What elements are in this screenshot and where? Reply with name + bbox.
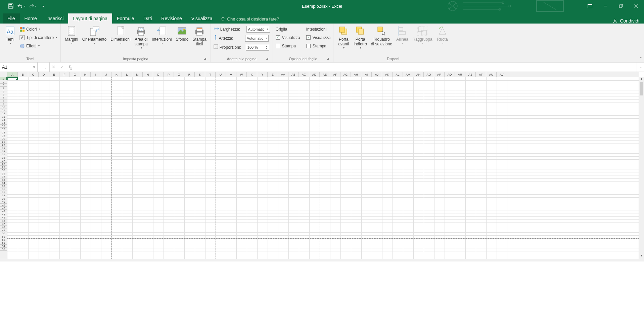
row-header[interactable]: 9 (0, 103, 7, 106)
row-header[interactable]: 16 (0, 125, 7, 128)
row-header[interactable]: 52 (0, 238, 7, 241)
column-header[interactable]: AH (351, 72, 361, 77)
print-titles-button[interactable]: Stampa titoli (191, 25, 208, 47)
column-header[interactable]: AS (465, 72, 476, 77)
column-header[interactable]: Z (268, 72, 278, 77)
fx-label[interactable]: fx (66, 63, 75, 72)
breaks-button[interactable]: Interruzioni▾ (150, 25, 173, 45)
row-header[interactable]: 49 (0, 229, 7, 232)
row-header[interactable]: 11 (0, 109, 7, 112)
column-header[interactable]: AF (330, 72, 340, 77)
selection-pane-button[interactable]: Riquadro di selezione (370, 25, 394, 47)
page-setup-dialog-launcher[interactable]: ◢ (203, 57, 207, 61)
qat-customize[interactable]: ▾ (39, 2, 47, 10)
column-header[interactable]: K (111, 72, 122, 77)
margins-button[interactable]: Margini▾ (63, 25, 79, 45)
name-box-input[interactable] (0, 65, 31, 70)
row-header[interactable]: 3 (0, 84, 7, 87)
scale-dialog-launcher[interactable]: ◢ (265, 57, 269, 61)
column-header[interactable]: AQ (445, 72, 455, 77)
row-header[interactable]: 41 (0, 204, 7, 207)
row-header[interactable]: 8 (0, 99, 7, 103)
row-header[interactable]: 2 (0, 80, 7, 83)
headings-print-checkbox[interactable]: Stampa (306, 42, 331, 50)
row-header[interactable]: 27 (0, 159, 7, 162)
select-all-corner[interactable] (0, 72, 7, 77)
column-header[interactable]: AU (486, 72, 497, 77)
column-header[interactable]: M (132, 72, 143, 77)
column-header[interactable]: AD (309, 72, 320, 77)
tab-revisione[interactable]: Revisione (156, 13, 186, 24)
column-header[interactable]: D (39, 72, 49, 77)
tab-file[interactable]: File (3, 13, 20, 24)
colors-button[interactable]: Colori▾ (19, 25, 58, 33)
background-button[interactable]: Sfondo (174, 25, 190, 42)
row-header[interactable]: 32 (0, 175, 7, 178)
column-header[interactable]: AT (476, 72, 486, 77)
orientation-button[interactable]: Orientamento▾ (81, 25, 108, 45)
undo-button[interactable]: ▾ (17, 2, 26, 10)
row-header[interactable]: 24 (0, 150, 7, 153)
column-header[interactable]: S (195, 72, 205, 77)
tab-inserisci[interactable]: Inserisci (42, 13, 68, 24)
column-header[interactable]: O (153, 72, 164, 77)
print-area-button[interactable]: Area di stampa▾ (133, 25, 149, 50)
column-header[interactable]: AB (288, 72, 299, 77)
row-header[interactable]: 25 (0, 153, 7, 156)
row-header[interactable]: 20 (0, 137, 7, 140)
column-header[interactable]: F (59, 72, 70, 77)
row-header[interactable]: 13 (0, 115, 7, 118)
row-header[interactable]: 35 (0, 185, 7, 188)
column-header[interactable]: AI (361, 72, 372, 77)
tab-formule[interactable]: Formule (112, 13, 139, 24)
tab-dati[interactable]: Dati (139, 13, 156, 24)
scroll-up-arrow[interactable]: ▲ (639, 77, 644, 82)
themes-button[interactable]: Aa Temi ▾ (3, 25, 17, 45)
row-header[interactable]: 40 (0, 200, 7, 203)
row-header[interactable]: 43 (0, 210, 7, 213)
scale-input[interactable]: 100 %▲▼ (246, 44, 269, 51)
row-header[interactable]: 48 (0, 226, 7, 229)
column-header[interactable]: L (122, 72, 132, 77)
column-header[interactable]: I (91, 72, 101, 77)
formula-input[interactable] (75, 63, 637, 72)
column-header[interactable]: E (49, 72, 59, 77)
row-header[interactable]: 34 (0, 182, 7, 185)
tab-layout-di-pagina[interactable]: Layout di pagina (68, 13, 112, 24)
row-header[interactable]: 23 (0, 147, 7, 150)
name-box-dropdown[interactable]: ▼ (31, 63, 37, 72)
expand-formula-bar[interactable]: ⌄ (637, 63, 644, 72)
width-selector[interactable]: Automatic▾ (246, 26, 270, 33)
column-header[interactable]: Q (174, 72, 184, 77)
enter-formula-button[interactable]: ✓ (60, 65, 64, 70)
row-header[interactable]: 42 (0, 207, 7, 210)
row-header[interactable]: 18 (0, 131, 7, 134)
row-header[interactable]: 45 (0, 216, 7, 219)
scroll-thumb[interactable] (640, 82, 643, 95)
row-header[interactable]: 10 (0, 106, 7, 109)
column-header[interactable]: AJ (372, 72, 382, 77)
column-header[interactable]: V (226, 72, 236, 77)
row-header[interactable]: 30 (0, 169, 7, 172)
minimize-button[interactable] (598, 0, 613, 12)
gridlines-print-checkbox[interactable]: Stampa (276, 42, 300, 50)
column-header[interactable]: AR (455, 72, 465, 77)
height-selector[interactable]: Automatic▾ (245, 35, 269, 42)
column-header[interactable]: AK (382, 72, 393, 77)
column-header[interactable]: AO (424, 72, 434, 77)
column-header[interactable]: C (28, 72, 39, 77)
row-header[interactable]: 38 (0, 194, 7, 197)
column-header[interactable]: B (18, 72, 28, 77)
scroll-down-arrow[interactable]: ▼ (639, 254, 644, 259)
row-header[interactable]: 28 (0, 163, 7, 166)
maximize-button[interactable] (613, 0, 629, 12)
row-header[interactable]: 22 (0, 144, 7, 147)
row-header[interactable]: 19 (0, 134, 7, 137)
column-header[interactable]: AC (299, 72, 309, 77)
column-header[interactable]: Y (257, 72, 268, 77)
column-header[interactable]: AP (434, 72, 445, 77)
column-header[interactable]: W (236, 72, 247, 77)
column-header[interactable]: AN (413, 72, 424, 77)
fonts-button[interactable]: A Tipi di carattere▾ (19, 33, 58, 42)
row-header[interactable]: 5 (0, 90, 7, 93)
